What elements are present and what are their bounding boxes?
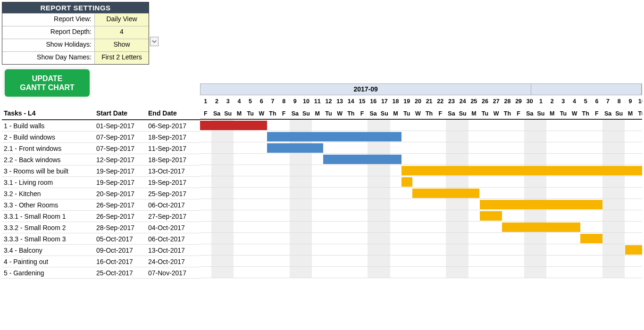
report-view-dropdown-handle[interactable] (150, 37, 159, 46)
task-row[interactable]: 4 - Painting out16-Oct-201724-Oct-2017 (2, 256, 200, 267)
gantt-bar[interactable] (267, 132, 401, 141)
task-start: 28-Sep-2017 (96, 224, 148, 231)
gantt-day-cell (558, 233, 569, 244)
task-row[interactable]: 2.2 - Back windows12-Sep-201718-Sep-2017 (2, 154, 200, 165)
task-start: 09-Oct-2017 (96, 247, 148, 254)
task-end: 24-Oct-2017 (148, 258, 200, 265)
gantt-day-cell (613, 222, 625, 232)
gantt-day-cell (625, 256, 636, 266)
gantt-day-cell (446, 131, 457, 142)
task-row[interactable]: 3.3.1 - Small Room 126-Sep-201727-Sep-20… (2, 211, 200, 222)
gantt-bar[interactable] (480, 200, 603, 209)
gantt-bar[interactable] (480, 211, 502, 221)
gantt-bar[interactable] (267, 143, 323, 153)
gantt-day-cell (468, 199, 480, 210)
gantt-day-cell (345, 267, 357, 278)
gantt-day-cell (290, 154, 301, 165)
gantt-day-cell (390, 176, 401, 187)
task-row[interactable]: 2.1 - Front windows07-Sep-201711-Sep-201… (2, 143, 200, 154)
gantt-day-cell (479, 256, 491, 266)
gantt-day-cell (491, 176, 502, 187)
task-end: 06-Sep-2017 (148, 122, 200, 130)
gantt-day-cell (580, 222, 591, 232)
gantt-day-cell (412, 233, 424, 244)
gantt-day-cell (524, 142, 535, 153)
gantt-day-cell (334, 256, 345, 266)
task-row[interactable]: 3.3 - Other Rooms26-Sep-201706-Oct-2017 (2, 199, 200, 211)
settings-row-value[interactable]: Show (94, 39, 149, 51)
gantt-day-cell (569, 233, 580, 244)
timeline-dayname: Sa (368, 107, 379, 119)
gantt-day-cell (234, 176, 245, 187)
gantt-day-cell (368, 222, 379, 232)
gantt-bar[interactable] (200, 121, 267, 130)
report-settings-panel: REPORT SETTINGS Report View:Daily ViewRe… (2, 2, 149, 65)
update-gantt-button[interactable]: UPDATE GANTT CHART (5, 69, 90, 97)
gantt-day-cell (234, 142, 245, 153)
settings-row-value[interactable]: 4 (94, 26, 149, 39)
gantt-day-cell (211, 176, 223, 187)
gantt-day-cell (558, 176, 569, 187)
gantt-day-cell (334, 165, 345, 176)
gantt-day-cell (580, 267, 591, 278)
task-row[interactable]: 2 - Build windows07-Sep-201718-Sep-2017 (2, 132, 200, 143)
task-row[interactable]: 3.3.3 - Small Room 305-Oct-201706-Oct-20… (2, 233, 200, 245)
gantt-row (200, 142, 642, 154)
col-header-end: End Date (148, 109, 200, 118)
gantt-day-cell (267, 267, 278, 278)
gantt-day-cell (357, 199, 368, 210)
gantt-day-cell (245, 244, 256, 255)
task-row[interactable]: 3.3.2 - Small Room 228-Sep-201704-Oct-20… (2, 222, 200, 233)
gantt-day-cell (412, 154, 424, 165)
gantt-day-cell (435, 176, 446, 187)
gantt-day-cell (211, 142, 223, 153)
task-row[interactable]: 1 - Build walls01-Sep-201706-Sep-2017 (2, 120, 200, 132)
gantt-day-cell (491, 244, 502, 255)
gantt-day-cell (602, 222, 614, 232)
gantt-bar[interactable] (625, 245, 642, 255)
gantt-day-cell (323, 233, 335, 244)
gantt-bar[interactable] (401, 166, 642, 175)
gantt-day-cell (245, 222, 256, 232)
gantt-day-cell (379, 120, 390, 131)
task-row[interactable]: 3 - Rooms will be built19-Sep-201713-Oct… (2, 165, 200, 177)
gantt-bar[interactable] (323, 155, 401, 164)
gantt-day-cell (357, 222, 368, 232)
gantt-bar[interactable] (412, 189, 479, 198)
task-start: 19-Sep-2017 (96, 179, 148, 186)
gantt-day-cell (401, 267, 412, 278)
gantt-day-cell (323, 199, 335, 210)
task-row[interactable]: 5 - Gardening25-Oct-201707-Nov-2017 (2, 267, 200, 279)
gantt-row (200, 210, 642, 222)
timeline-dayname: F (591, 107, 602, 119)
gantt-day-cell (256, 142, 267, 153)
settings-row-label: Show Day Names: (2, 52, 94, 64)
task-row[interactable]: 3.4 - Balcony09-Oct-201713-Oct-2017 (2, 245, 200, 256)
gantt-day-cell (278, 165, 290, 176)
gantt-day-cell (256, 188, 267, 198)
gantt-day-cell (524, 210, 535, 221)
gantt-bar[interactable] (580, 234, 602, 243)
gantt-day-cell (211, 210, 223, 221)
settings-row-value[interactable]: Daily View (94, 14, 149, 26)
gantt-day-cell (222, 131, 234, 142)
settings-row-label: Show Holidays: (2, 39, 94, 51)
gantt-day-cell (591, 256, 602, 266)
gantt-day-cell (200, 222, 211, 232)
gantt-row (200, 131, 642, 142)
gantt-day-cell (278, 210, 290, 221)
gantt-day-cell (625, 199, 636, 210)
settings-row-value[interactable]: First 2 Letters (94, 52, 149, 64)
gantt-day-cell (200, 199, 211, 210)
gantt-day-cell (602, 131, 614, 142)
gantt-bar[interactable] (401, 177, 413, 187)
gantt-day-cell (546, 120, 558, 131)
gantt-day-cell (479, 267, 491, 278)
gantt-bar[interactable] (502, 223, 580, 232)
gantt-day-cell (546, 210, 558, 221)
task-row[interactable]: 3.2 - Kitchen20-Sep-201725-Sep-2017 (2, 188, 200, 199)
timeline-dayname: Su (301, 107, 312, 119)
gantt-day-cell (245, 131, 256, 142)
task-end: 27-Sep-2017 (148, 213, 200, 220)
task-row[interactable]: 3.1 - Living room19-Sep-201719-Sep-2017 (2, 177, 200, 188)
